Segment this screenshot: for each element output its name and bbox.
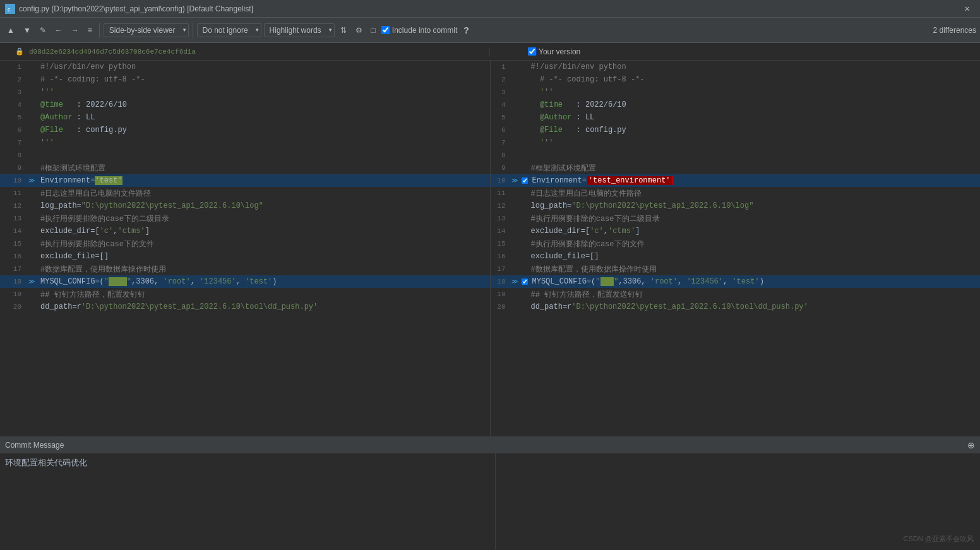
left-code-15: #执行用例要排除的case下的文件 <box>38 239 490 249</box>
right-code-16: exclude_file=[] <box>529 252 981 261</box>
left-num-11: 11 <box>3 189 25 197</box>
right-line-9: 9 #框架测试环境配置 <box>491 162 981 174</box>
left-code-5: @Author : LL <box>38 113 490 122</box>
your-version-checkbox[interactable] <box>528 47 536 56</box>
nav-prev-button[interactable]: ← <box>52 24 66 37</box>
right-gutter-10: ≫ <box>510 177 520 184</box>
left-num-3: 3 <box>3 88 25 96</box>
settings-button[interactable]: ⚙ <box>352 24 366 37</box>
left-code-4: @time : 2022/6/10 <box>38 100 490 109</box>
left-num-7: 7 <box>3 139 25 146</box>
left-line-18: 18 ≫ MYSQL_CONFIG=("xxxx",3306, 'root', … <box>0 275 490 288</box>
toolbar: ▲ ▼ ✎ ← → ≡ Side-by-side viewer ▼ Do not… <box>0 18 980 43</box>
right-cb-18[interactable] <box>520 278 530 285</box>
left-line-10: 10 ≫ Environment='test' <box>0 174 490 187</box>
nav-edit-button[interactable]: ✎ <box>37 24 49 37</box>
right-num-1: 1 <box>491 63 510 71</box>
your-version-label[interactable]: Your version <box>528 47 580 56</box>
commit-expand-button[interactable]: ⊕ <box>967 440 975 450</box>
left-num-6: 6 <box>3 126 25 134</box>
right-cb-10[interactable] <box>520 177 530 184</box>
nav-up-button[interactable]: ▲ <box>4 24 18 37</box>
right-num-15: 15 <box>491 240 510 248</box>
include-commit-label[interactable]: Include into commit <box>381 26 457 35</box>
toggle-button[interactable]: □ <box>368 24 379 37</box>
left-code-14: exclude_dir=['c','ctms'] <box>38 227 490 236</box>
line-18-checkbox[interactable] <box>522 278 528 285</box>
left-line-11: 11 #日志这里用自己电脑的文件路径 <box>0 187 490 200</box>
right-line-1: 1 #!/usr/bin/env python <box>491 61 981 73</box>
right-code-10: Environment='test_environment' <box>530 176 981 185</box>
right-num-11: 11 <box>491 189 510 197</box>
ignore-dropdown[interactable]: Do not ignore <box>197 23 261 37</box>
left-num-10: 10 <box>3 177 25 184</box>
left-code-12: log_path="D:\python2022\pytest_api_2022.… <box>38 201 490 210</box>
right-code-11: #日志这里用自己电脑的文件路径 <box>529 188 981 199</box>
left-num-4: 4 <box>3 101 25 109</box>
right-num-18: 18 <box>491 278 510 285</box>
line-10-checkbox[interactable] <box>522 177 528 184</box>
nav-menu-button[interactable]: ≡ <box>85 24 95 37</box>
left-code-9: #框架测试环境配置 <box>38 163 490 174</box>
right-line-12: 12 log_path="D:\python2022\pytest_api_20… <box>491 200 981 212</box>
right-num-17: 17 <box>491 265 510 273</box>
left-line-15: 15 #执行用例要排除的case下的文件 <box>0 237 490 250</box>
highlight-dropdown[interactable]: Highlight words <box>264 23 335 37</box>
left-num-18: 18 <box>3 278 25 285</box>
sync-scroll-button[interactable]: ⇅ <box>337 24 350 37</box>
left-line-4: 4 @time : 2022/6/10 <box>0 99 490 111</box>
help-button[interactable]: ? <box>460 24 473 37</box>
left-line-12: 12 log_path="D:\python2022\pytest_api_20… <box>0 200 490 212</box>
left-gutter-10: ≫ <box>25 177 38 184</box>
right-num-10: 10 <box>491 177 510 184</box>
left-line-14: 14 exclude_dir=['c','ctms'] <box>0 225 490 237</box>
left-line-13: 13 #执行用例要排除的case下的二级目录 <box>0 212 490 225</box>
left-code-16: exclude_file=[] <box>38 252 490 261</box>
right-line-11: 11 #日志这里用自己电脑的文件路径 <box>491 187 981 200</box>
commit-area: Commit Message ⊕ 环境配置相关代码优化 <box>0 436 980 550</box>
left-num-8: 8 <box>3 152 25 159</box>
app-icon: c <box>5 4 15 14</box>
left-num-16: 16 <box>3 253 25 260</box>
right-num-19: 19 <box>491 290 510 298</box>
left-code-18: MYSQL_CONFIG=("xxxx",3306, 'root', '1234… <box>38 277 490 286</box>
left-code-13: #执行用例要排除的case下的二级目录 <box>38 213 490 224</box>
commit-header: Commit Message ⊕ <box>0 438 980 453</box>
right-gutter-18: ≫ <box>510 278 520 285</box>
window-title: config.py (D:\python2022\pytest_api_yaml… <box>19 4 960 13</box>
include-commit-text: Include into commit <box>392 26 457 35</box>
left-line-17: 17 #数据库配置，使用数据库操作时使用 <box>0 263 490 275</box>
right-code-5: @Author : LL <box>529 113 981 122</box>
right-line-7: 7 ''' <box>491 136 981 149</box>
left-gutter-18: ≫ <box>25 278 38 285</box>
left-line-19: 19 ## 钉钉方法路径，配置发钉钉 <box>0 288 490 301</box>
left-num-9: 9 <box>3 164 25 172</box>
right-code-9: #框架测试环境配置 <box>529 163 981 174</box>
left-num-1: 1 <box>3 63 25 71</box>
right-line-3: 3 ''' <box>491 86 981 99</box>
left-code-7: ''' <box>38 138 490 147</box>
right-num-3: 3 <box>491 88 510 96</box>
right-code-13: #执行用例要排除的case下的二级目录 <box>529 213 981 224</box>
right-num-5: 5 <box>491 114 510 121</box>
left-line-1: 1 #!/usr/bin/env python <box>0 61 490 73</box>
left-code-11: #日志这里用自己电脑的文件路径 <box>38 188 490 199</box>
right-line-13: 13 #执行用例要排除的case下的二级目录 <box>491 212 981 225</box>
right-num-16: 16 <box>491 253 510 260</box>
left-line-7: 7 ''' <box>0 136 490 149</box>
left-code-19: ## 钉钉方法路径，配置发钉钉 <box>38 289 490 300</box>
commit-message-text: 环境配置相关代码优化 <box>5 458 87 467</box>
viewer-dropdown-wrap: Side-by-side viewer ▼ <box>104 23 189 37</box>
branding-text: CSDN @亚索不会吹风 <box>904 535 974 542</box>
left-num-12: 12 <box>3 202 25 210</box>
right-code-7: ''' <box>529 138 981 147</box>
viewer-dropdown[interactable]: Side-by-side viewer <box>104 23 189 37</box>
right-line-8: 8 <box>491 149 981 162</box>
include-commit-checkbox[interactable] <box>381 26 390 34</box>
file-header-right: Your version <box>490 47 980 56</box>
right-num-12: 12 <box>491 202 510 210</box>
nav-next-button[interactable]: → <box>68 24 82 37</box>
nav-down-button[interactable]: ▼ <box>20 24 34 37</box>
close-button[interactable]: ✕ <box>960 2 975 15</box>
left-num-5: 5 <box>3 114 25 121</box>
